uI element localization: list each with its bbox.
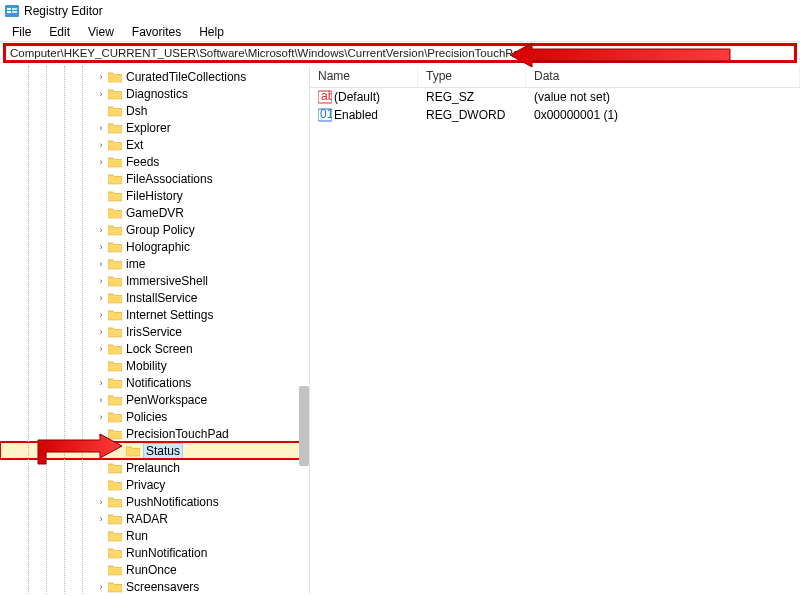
tree-item-label: IrisService bbox=[126, 325, 182, 339]
chevron-right-icon[interactable]: › bbox=[96, 276, 106, 286]
folder-icon bbox=[108, 360, 122, 372]
chevron-right-icon[interactable]: › bbox=[96, 582, 106, 592]
folder-icon bbox=[108, 326, 122, 338]
folder-icon bbox=[108, 462, 122, 474]
folder-icon bbox=[108, 530, 122, 542]
tree-item-label: FileAssociations bbox=[126, 172, 213, 186]
menu-favorites[interactable]: Favorites bbox=[124, 23, 189, 41]
tree-item-label: PushNotifications bbox=[126, 495, 219, 509]
value-name-cell: (Default) bbox=[310, 90, 418, 105]
chevron-right-icon[interactable]: › bbox=[96, 344, 106, 354]
chevron-right-icon[interactable]: › bbox=[96, 225, 106, 235]
value-data-cell: (value not set) bbox=[526, 90, 800, 104]
tree-item-label: Dsh bbox=[126, 104, 147, 118]
folder-icon bbox=[108, 479, 122, 491]
chevron-right-icon[interactable]: › bbox=[96, 140, 106, 150]
menu-help[interactable]: Help bbox=[191, 23, 232, 41]
chevron-right-icon[interactable]: › bbox=[96, 157, 106, 167]
chevron-right-icon[interactable]: › bbox=[96, 310, 106, 320]
value-row[interactable]: (Default)REG_SZ(value not set) bbox=[310, 88, 800, 106]
tree-item-label: Prelaunch bbox=[126, 461, 180, 475]
tree-item-label: PenWorkspace bbox=[126, 393, 207, 407]
folder-icon bbox=[108, 581, 122, 593]
tree-item-label: Ext bbox=[126, 138, 143, 152]
tree-item-label: Screensavers bbox=[126, 580, 199, 594]
tree-item-label: PrecisionTouchPad bbox=[126, 427, 229, 441]
tree-item-label: ime bbox=[126, 257, 145, 271]
chevron-right-icon[interactable]: › bbox=[96, 395, 106, 405]
value-type-cell: REG_SZ bbox=[418, 90, 526, 104]
tree-item-label: Group Policy bbox=[126, 223, 195, 237]
value-name-cell: Enabled bbox=[310, 108, 418, 123]
menubar: File Edit View Favorites Help bbox=[0, 22, 800, 42]
list-rows: (Default)REG_SZ(value not set)EnabledREG… bbox=[310, 88, 800, 124]
svg-rect-2 bbox=[7, 11, 11, 13]
folder-icon bbox=[108, 139, 122, 151]
folder-icon bbox=[108, 377, 122, 389]
svg-rect-3 bbox=[12, 8, 17, 10]
chevron-right-icon[interactable]: › bbox=[96, 497, 106, 507]
folder-icon bbox=[108, 190, 122, 202]
list-header: Name Type Data bbox=[310, 66, 800, 88]
folder-icon bbox=[108, 88, 122, 100]
col-header-data[interactable]: Data bbox=[526, 66, 800, 87]
menu-edit[interactable]: Edit bbox=[41, 23, 78, 41]
folder-icon bbox=[108, 343, 122, 355]
value-name: Enabled bbox=[334, 108, 378, 122]
chevron-right-icon[interactable]: › bbox=[96, 327, 106, 337]
folder-icon bbox=[108, 224, 122, 236]
content-split: ›CuratedTileCollections›DiagnosticsDsh›E… bbox=[0, 66, 800, 594]
folder-icon bbox=[108, 241, 122, 253]
folder-icon bbox=[108, 411, 122, 423]
chevron-right-icon[interactable]: › bbox=[96, 412, 106, 422]
app-title: Registry Editor bbox=[24, 4, 103, 18]
chevron-right-icon[interactable]: › bbox=[96, 242, 106, 252]
menu-view[interactable]: View bbox=[80, 23, 122, 41]
folder-icon bbox=[108, 156, 122, 168]
chevron-right-icon[interactable]: › bbox=[96, 259, 106, 269]
tree-item-label: Feeds bbox=[126, 155, 159, 169]
folder-icon bbox=[108, 394, 122, 406]
tree-item-label: Status bbox=[144, 444, 182, 458]
value-type-cell: REG_DWORD bbox=[418, 108, 526, 122]
chevron-down-icon[interactable]: ⌄ bbox=[96, 429, 106, 439]
tree-item-label: Mobility bbox=[126, 359, 167, 373]
col-header-name[interactable]: Name bbox=[310, 66, 418, 87]
svg-rect-1 bbox=[7, 8, 11, 10]
svg-rect-4 bbox=[12, 11, 17, 13]
chevron-right-icon[interactable]: › bbox=[96, 293, 106, 303]
chevron-right-icon[interactable]: › bbox=[96, 514, 106, 524]
chevron-right-icon[interactable]: › bbox=[96, 123, 106, 133]
chevron-right-icon[interactable]: › bbox=[96, 89, 106, 99]
tree-item-label: Run bbox=[126, 529, 148, 543]
menu-file[interactable]: File bbox=[4, 23, 39, 41]
tree-item-label: Explorer bbox=[126, 121, 171, 135]
chevron-right-icon[interactable]: › bbox=[96, 72, 106, 82]
address-input[interactable] bbox=[4, 44, 796, 62]
tree-item-label: RADAR bbox=[126, 512, 168, 526]
folder-icon bbox=[108, 292, 122, 304]
col-header-type[interactable]: Type bbox=[418, 66, 526, 87]
scrollbar-thumb[interactable] bbox=[299, 386, 309, 466]
binary-value-icon bbox=[318, 108, 332, 122]
folder-icon bbox=[108, 309, 122, 321]
folder-icon bbox=[108, 258, 122, 270]
folder-icon bbox=[108, 428, 122, 440]
tree-item-label: InstallService bbox=[126, 291, 197, 305]
folder-icon bbox=[108, 275, 122, 287]
tree-item-label: Notifications bbox=[126, 376, 191, 390]
string-value-icon bbox=[318, 90, 332, 104]
folder-icon bbox=[108, 122, 122, 134]
folder-icon bbox=[108, 496, 122, 508]
folder-icon bbox=[108, 547, 122, 559]
folder-icon bbox=[108, 564, 122, 576]
value-row[interactable]: EnabledREG_DWORD0x00000001 (1) bbox=[310, 106, 800, 124]
tree-pane[interactable]: ›CuratedTileCollections›DiagnosticsDsh›E… bbox=[0, 66, 310, 594]
chevron-right-icon[interactable]: › bbox=[96, 378, 106, 388]
tree-item-label: Lock Screen bbox=[126, 342, 193, 356]
tree-item-label: Holographic bbox=[126, 240, 190, 254]
folder-icon bbox=[126, 445, 140, 457]
tree-item-label: RunNotification bbox=[126, 546, 207, 560]
app-icon bbox=[4, 3, 20, 19]
value-name: (Default) bbox=[334, 90, 380, 104]
